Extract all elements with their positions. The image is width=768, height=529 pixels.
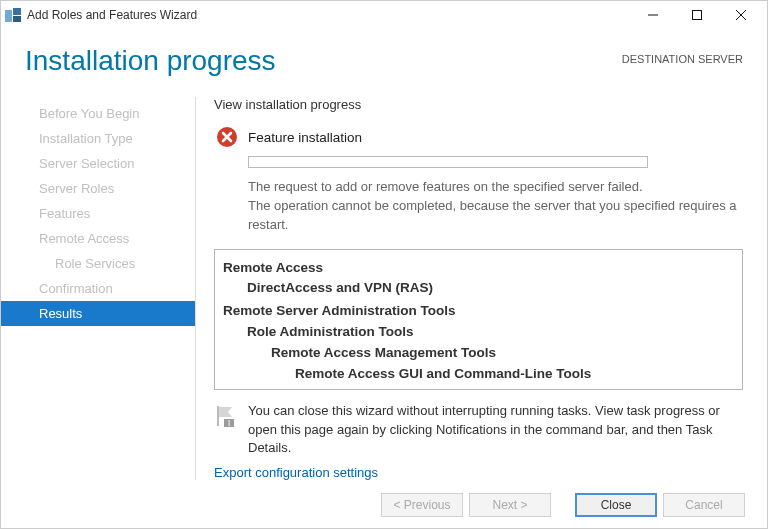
step-results: Results	[1, 301, 195, 326]
svg-rect-0	[5, 10, 12, 22]
tree-item: Remote Access GUI and Command-Line Tools	[223, 364, 734, 385]
main-content: View installation progress Feature insta…	[214, 97, 767, 480]
cancel-button: Cancel	[663, 493, 745, 517]
flag-icon: 1	[214, 404, 238, 433]
tree-item: Role Administration Tools	[223, 322, 734, 343]
step-remote-access: Remote Access	[1, 226, 195, 251]
export-config-link[interactable]: Export configuration settings	[214, 465, 743, 480]
step-before-you-begin: Before You Begin	[1, 101, 195, 126]
hint-text: You can close this wizard without interr…	[248, 402, 743, 457]
footer: < Previous Next > Close Cancel	[1, 480, 767, 528]
close-button[interactable]: Close	[575, 493, 657, 517]
section-title: View installation progress	[214, 97, 743, 112]
tree-item: Web Server (IIS)	[223, 387, 734, 390]
status-row: Feature installation	[214, 126, 743, 148]
window-controls	[631, 1, 763, 29]
destination-server-label: DESTINATION SERVER	[622, 45, 743, 65]
background-task-hint: 1 You can close this wizard without inte…	[214, 402, 743, 457]
tree-item: Remote Access Management Tools	[223, 343, 734, 364]
results-tree[interactable]: Remote Access DirectAccess and VPN (RAS)…	[214, 249, 743, 391]
window-title: Add Roles and Features Wizard	[27, 8, 631, 22]
wizard-window: Add Roles and Features Wizard Installati…	[0, 0, 768, 529]
maximize-button[interactable]	[675, 1, 719, 29]
svg-rect-1	[13, 8, 21, 15]
header: Installation progress DESTINATION SERVER	[1, 29, 767, 77]
tree-item: DirectAccess and VPN (RAS)	[223, 278, 734, 299]
app-icon	[5, 8, 21, 22]
tree-item: Remote Access	[223, 258, 734, 279]
step-features: Features	[1, 201, 195, 226]
svg-rect-4	[693, 11, 702, 20]
step-confirmation: Confirmation	[1, 276, 195, 301]
error-line-2: The operation cannot be completed, becau…	[248, 197, 743, 235]
progress-bar	[248, 156, 648, 168]
svg-rect-2	[13, 16, 21, 22]
svg-text:1: 1	[227, 419, 231, 428]
step-server-roles: Server Roles	[1, 176, 195, 201]
close-window-button[interactable]	[719, 1, 763, 29]
step-installation-type: Installation Type	[1, 126, 195, 151]
tree-item: Remote Server Administration Tools	[223, 301, 734, 322]
page-title: Installation progress	[25, 45, 622, 77]
step-server-selection: Server Selection	[1, 151, 195, 176]
error-line-1: The request to add or remove features on…	[248, 178, 743, 197]
error-icon	[216, 126, 238, 148]
next-button: Next >	[469, 493, 551, 517]
previous-button: < Previous	[381, 493, 463, 517]
error-message: The request to add or remove features on…	[248, 178, 743, 235]
progress-wrap	[248, 156, 743, 168]
body: Before You Begin Installation Type Serve…	[1, 77, 767, 480]
step-role-services: Role Services	[1, 251, 195, 276]
wizard-steps-sidebar: Before You Begin Installation Type Serve…	[1, 97, 196, 480]
minimize-button[interactable]	[631, 1, 675, 29]
status-label: Feature installation	[248, 130, 362, 145]
titlebar: Add Roles and Features Wizard	[1, 1, 767, 29]
